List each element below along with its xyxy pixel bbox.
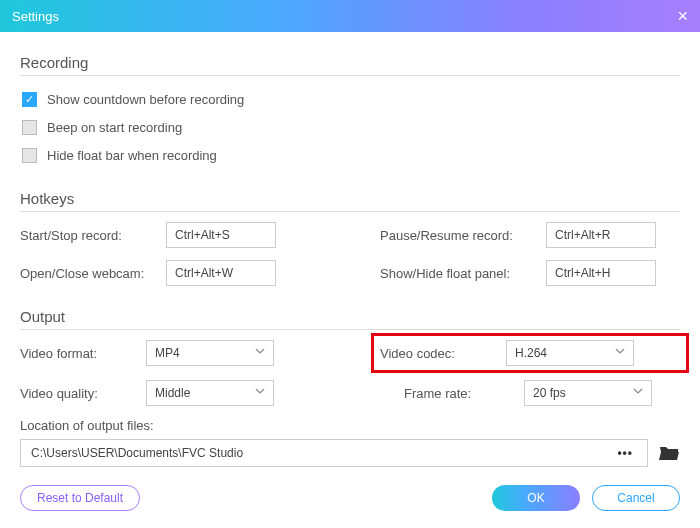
frame-rate-field: Frame rate: 20 fps — [380, 380, 680, 406]
video-format-field: Video format: MP4 — [20, 340, 320, 366]
hotkey-webcam-input[interactable]: Ctrl+Alt+W — [166, 260, 276, 286]
cancel-button[interactable]: Cancel — [592, 485, 680, 511]
more-icon[interactable]: ••• — [613, 446, 637, 460]
hotkey-pauseresume-field: Pause/Resume record: Ctrl+Alt+R — [380, 222, 680, 248]
window-title: Settings — [12, 9, 59, 24]
section-hotkeys-heading: Hotkeys — [20, 190, 680, 212]
content: Recording Show countdown before recordin… — [0, 32, 700, 467]
folder-open-icon[interactable] — [658, 444, 680, 462]
video-quality-label: Video quality: — [20, 386, 130, 401]
checkbox-show-countdown-row[interactable]: Show countdown before recording — [22, 86, 680, 112]
ok-button[interactable]: OK — [492, 485, 580, 511]
video-format-select[interactable]: MP4 — [146, 340, 274, 366]
video-quality-field: Video quality: Middle — [20, 380, 320, 406]
hotkey-pauseresume-label: Pause/Resume record: — [380, 228, 530, 243]
hotkey-pauseresume-input[interactable]: Ctrl+Alt+R — [546, 222, 656, 248]
reset-to-default-button[interactable]: Reset to Default — [20, 485, 140, 511]
hotkey-webcam-label: Open/Close webcam: — [20, 266, 150, 281]
video-codec-select[interactable]: H.264 — [506, 340, 634, 366]
checkbox-hide-floatbar-row[interactable]: Hide float bar when recording — [22, 142, 680, 168]
chevron-down-icon — [255, 388, 265, 398]
frame-rate-select[interactable]: 20 fps — [524, 380, 652, 406]
checkbox-show-countdown[interactable] — [22, 92, 37, 107]
checkbox-hide-floatbar-label: Hide float bar when recording — [47, 148, 217, 163]
hotkey-startstop-field: Start/Stop record: Ctrl+Alt+S — [20, 222, 320, 248]
hotkey-startstop-label: Start/Stop record: — [20, 228, 150, 243]
check-icon — [25, 93, 34, 106]
checkbox-hide-floatbar[interactable] — [22, 148, 37, 163]
output-location-label: Location of output files: — [20, 418, 680, 433]
video-quality-select[interactable]: Middle — [146, 380, 274, 406]
checkbox-show-countdown-label: Show countdown before recording — [47, 92, 244, 107]
section-recording-heading: Recording — [20, 54, 680, 76]
checkbox-beep-row[interactable]: Beep on start recording — [22, 114, 680, 140]
frame-rate-label: Frame rate: — [380, 386, 508, 401]
video-codec-label: Video codec: — [380, 346, 490, 361]
section-output-heading: Output — [20, 308, 680, 330]
chevron-down-icon — [615, 348, 625, 358]
close-icon[interactable]: × — [677, 7, 688, 25]
footer: Reset to Default OK Cancel — [0, 467, 700, 525]
hotkey-floatpanel-input[interactable]: Ctrl+Alt+H — [546, 260, 656, 286]
chevron-down-icon — [255, 348, 265, 358]
video-codec-highlight: Video codec: H.264 — [380, 340, 680, 366]
video-format-label: Video format: — [20, 346, 130, 361]
output-location-input[interactable]: C:\Users\USER\Documents\FVC Studio ••• — [20, 439, 648, 467]
chevron-down-icon — [633, 388, 643, 398]
hotkey-floatpanel-field: Show/Hide float panel: Ctrl+Alt+H — [380, 260, 680, 286]
hotkey-webcam-field: Open/Close webcam: Ctrl+Alt+W — [20, 260, 320, 286]
checkbox-beep-label: Beep on start recording — [47, 120, 182, 135]
hotkey-floatpanel-label: Show/Hide float panel: — [380, 266, 530, 281]
checkbox-beep[interactable] — [22, 120, 37, 135]
hotkey-startstop-input[interactable]: Ctrl+Alt+S — [166, 222, 276, 248]
titlebar: Settings × — [0, 0, 700, 32]
